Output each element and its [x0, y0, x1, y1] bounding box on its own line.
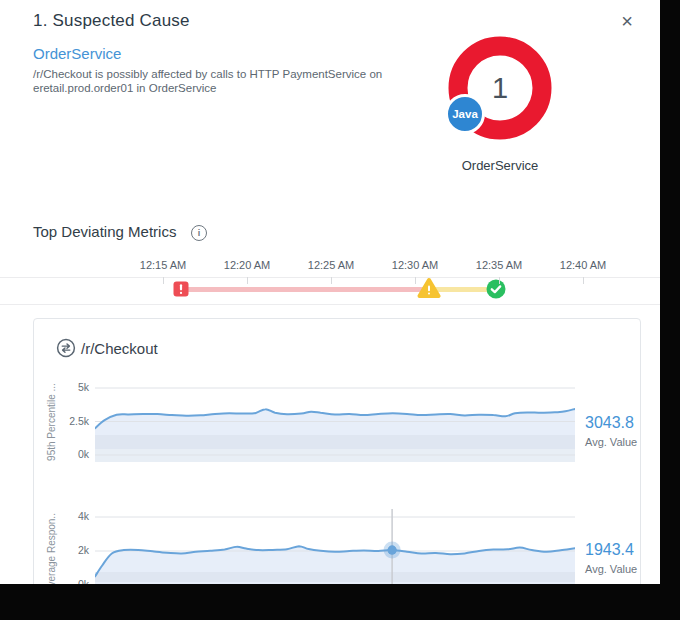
- screenshot-stage: 1. Suspected Cause × OrderService /r/Che…: [0, 0, 680, 620]
- y-tick-label: 2k: [53, 544, 89, 556]
- page-title: 1. Suspected Cause: [33, 11, 190, 31]
- cause-description: /r/Checkout is possibly affected by call…: [33, 67, 443, 95]
- timeline-top-border: [0, 277, 660, 278]
- java-runtime-badge: Java: [445, 94, 485, 134]
- chart1-avg-label: Avg. Value: [585, 436, 637, 448]
- y-tick-label: 0k: [53, 448, 89, 460]
- chart1-avg-value: 3043.8: [585, 414, 634, 432]
- timeline-tick: [499, 277, 500, 284]
- service-link[interactable]: OrderService: [33, 45, 121, 62]
- ok-icon[interactable]: [486, 279, 506, 299]
- suspected-cause-panel: 1. Suspected Cause × OrderService /r/Che…: [0, 0, 660, 584]
- timeline-bottom-border: [0, 304, 660, 305]
- cause-service-name: OrderService: [430, 158, 570, 173]
- warning-icon[interactable]: [417, 277, 441, 299]
- timeline-error-span: [182, 287, 429, 292]
- time-label: 12:30 AM: [392, 259, 438, 271]
- timeline-tick: [331, 277, 332, 284]
- chart2-plot[interactable]: [95, 503, 575, 584]
- section-title: Top Deviating Metrics: [33, 223, 176, 240]
- close-icon[interactable]: ×: [616, 10, 638, 32]
- timeline-tick: [247, 277, 248, 284]
- cause-description-line2: eretail.prod.order01 in OrderService: [33, 81, 443, 95]
- y-tick-label: 0k: [53, 578, 89, 584]
- timeline-tick: [583, 277, 584, 284]
- cause-description-line1: /r/Checkout is possibly affected by call…: [33, 67, 443, 81]
- time-label: 12:35 AM: [476, 259, 522, 271]
- chart2-avg-label: Avg. Value: [585, 563, 637, 575]
- error-icon[interactable]: [173, 281, 189, 297]
- time-label: 12:15 AM: [140, 259, 186, 271]
- endpoint-icon: [56, 338, 76, 358]
- time-label: 12:20 AM: [224, 259, 270, 271]
- time-label: 12:40 AM: [560, 259, 606, 271]
- chart1-plot[interactable]: [95, 378, 575, 466]
- timeline-tick: [163, 277, 164, 284]
- endpoint-title[interactable]: /r/Checkout: [81, 340, 158, 357]
- chart2-avg-value: 1943.4: [585, 541, 634, 559]
- y-tick-label: 2.5k: [53, 415, 89, 427]
- timeline-tick: [415, 277, 416, 284]
- info-icon[interactable]: i: [191, 225, 207, 241]
- y-tick-label: 5k: [53, 381, 89, 393]
- y-tick-label: 4k: [53, 510, 89, 522]
- time-label: 12:25 AM: [308, 259, 354, 271]
